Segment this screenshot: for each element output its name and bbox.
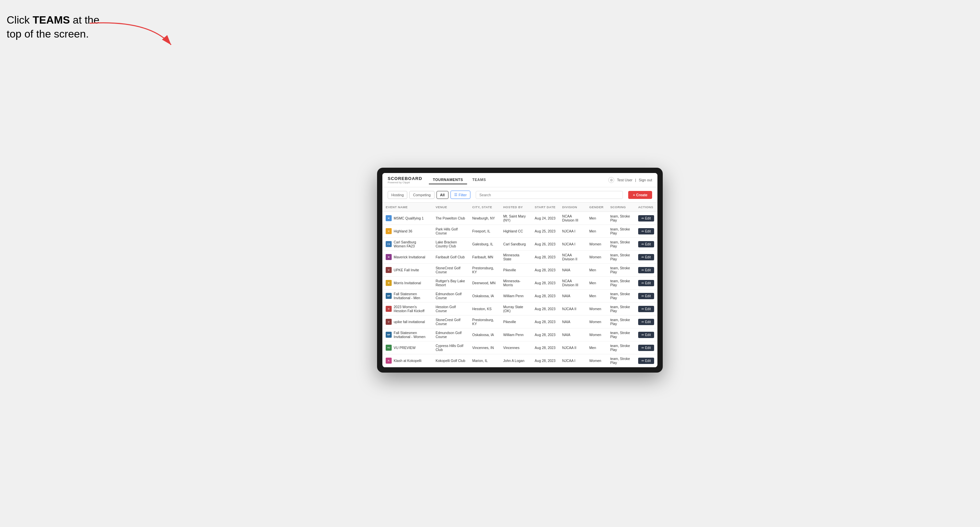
table-row: H2023 Women's Hesston Fall KickoffHessto…: [382, 303, 657, 316]
table-container: EVENT NAMEVENUECITY, STATEHOSTED BYSTART…: [382, 203, 657, 367]
header-right: ⚙ Test User | Sign out: [608, 177, 652, 183]
hosted-by-cell: William Penn: [500, 329, 531, 341]
table-row: VUVU PREVIEWCypress Hills Golf ClubVince…: [382, 341, 657, 354]
filter-label: Filter: [459, 193, 467, 197]
hosted-by-cell: Pikeville: [500, 264, 531, 276]
tablet-device: SCOREBOARD Powered by Clippit TOURNAMENT…: [377, 168, 663, 373]
edit-button[interactable]: ✏ Edit: [638, 215, 654, 222]
start-date-cell: Aug 28, 2023: [531, 303, 559, 316]
team-logo: WP: [386, 293, 392, 299]
create-button[interactable]: + Create: [628, 191, 652, 199]
app-container: SCOREBOARD Powered by Clippit TOURNAMENT…: [382, 173, 657, 367]
venue-cell: The Powelton Club: [432, 212, 469, 225]
team-logo: M: [386, 254, 392, 260]
venue-cell: Cypress Hills Golf Club: [432, 341, 469, 354]
nav-tab-tournaments[interactable]: TOURNAMENTS: [429, 176, 467, 184]
event-name: Morris Invitational: [394, 281, 421, 285]
sign-out-link[interactable]: Sign out: [639, 178, 652, 182]
logo-area: SCOREBOARD Powered by Clippit: [388, 176, 422, 184]
nav-tab-teams[interactable]: TEAMS: [468, 176, 490, 184]
start-date-cell: Aug 28, 2023: [531, 329, 559, 341]
event-name: Carl Sandburg Women FA23: [394, 240, 429, 248]
actions-cell: ✏ Edit: [635, 238, 657, 251]
table-row: WPFall Statesmen Invitational - WomenEdm…: [382, 329, 657, 341]
scoring-cell: team, Stroke Play: [607, 276, 635, 290]
filter-btn[interactable]: ☰ Filter: [450, 190, 470, 199]
table-header-row: EVENT NAMEVENUECITY, STATEHOSTED BYSTART…: [382, 203, 657, 212]
gender-cell: Women: [586, 316, 607, 329]
division-cell: NJCAA I: [559, 225, 585, 238]
actions-cell: ✏ Edit: [635, 251, 657, 264]
hosted-by-cell: Minnesota-Morris: [500, 276, 531, 290]
col-header-division: DIVISION: [559, 203, 585, 212]
competing-filter-btn[interactable]: Competing: [409, 191, 434, 199]
table-row: JLKlash at KokopelliKokopelli Golf ClubM…: [382, 354, 657, 367]
gender-cell: Men: [586, 276, 607, 290]
city-cell: Prestonsburg, KY: [469, 316, 500, 329]
table-row: MMaverick InvitationalFaribault Golf Clu…: [382, 251, 657, 264]
edit-button[interactable]: ✏ Edit: [638, 345, 654, 351]
edit-button[interactable]: ✏ Edit: [638, 319, 654, 325]
division-cell: NJCAA II: [559, 341, 585, 354]
division-cell: NAIA: [559, 264, 585, 276]
start-date-cell: Aug 28, 2023: [531, 341, 559, 354]
scoring-cell: team, Stroke Play: [607, 354, 635, 367]
venue-cell: Hesston Golf Course: [432, 303, 469, 316]
event-name-cell: MMorris Invitational: [382, 276, 432, 290]
division-cell: NCAA Division II: [559, 251, 585, 264]
edit-button[interactable]: ✏ Edit: [638, 306, 654, 312]
event-name: Fall Statesmen Invitational - Women: [394, 331, 429, 339]
venue-cell: Faribault Golf Club: [432, 251, 469, 264]
edit-button[interactable]: ✏ Edit: [638, 267, 654, 273]
col-header-event-name: EVENT NAME: [382, 203, 432, 212]
venue-cell: Edmundson Golf Course: [432, 290, 469, 303]
division-cell: NAIA: [559, 316, 585, 329]
col-header-city--state: CITY, STATE: [469, 203, 500, 212]
event-name-cell: MMSMC Qualifying 1: [382, 212, 432, 225]
event-name-cell: H2023 Women's Hesston Fall Kickoff: [382, 303, 432, 316]
city-cell: Hesston, KS: [469, 303, 500, 316]
table-row: HHighland 36Park Hills Golf CourseFreepo…: [382, 225, 657, 238]
table-row: MMSMC Qualifying 1The Powelton ClubNewbu…: [382, 212, 657, 225]
team-logo: WP: [386, 332, 392, 338]
instruction-text: Click TEAMS at thetop of the screen.: [6, 13, 99, 41]
edit-button[interactable]: ✏ Edit: [638, 228, 654, 235]
gender-cell: Women: [586, 354, 607, 367]
event-name-cell: MMaverick Invitational: [382, 251, 432, 264]
edit-button[interactable]: ✏ Edit: [638, 280, 654, 286]
city-cell: Oskaloosa, IA: [469, 329, 500, 341]
scoring-cell: team, Stroke Play: [607, 303, 635, 316]
edit-button[interactable]: ✏ Edit: [638, 241, 654, 248]
venue-cell: Ruttger's Bay Lake Resort: [432, 276, 469, 290]
table-row: Uupike fall invitationalStoneCrest Golf …: [382, 316, 657, 329]
actions-cell: ✏ Edit: [635, 212, 657, 225]
team-logo: JL: [386, 358, 392, 364]
actions-cell: ✏ Edit: [635, 225, 657, 238]
event-name-cell: HHighland 36: [382, 225, 432, 238]
hosted-by-cell: Mt. Saint Mary (NY): [500, 212, 531, 225]
edit-button[interactable]: ✏ Edit: [638, 332, 654, 338]
edit-button[interactable]: ✏ Edit: [638, 358, 654, 364]
edit-button[interactable]: ✏ Edit: [638, 254, 654, 260]
division-cell: NAIA: [559, 290, 585, 303]
team-logo: H: [386, 306, 392, 312]
all-filter-btn[interactable]: All: [436, 191, 449, 199]
user-name: Test User: [617, 178, 632, 182]
event-name: Highland 36: [394, 229, 412, 233]
event-name-cell: WPFall Statesmen Invitational - Women: [382, 329, 432, 341]
app-logo: SCOREBOARD: [388, 176, 422, 181]
event-name-cell: VUVU PREVIEW: [382, 341, 432, 354]
actions-cell: ✏ Edit: [635, 354, 657, 367]
event-name-cell: JLKlash at Kokopelli: [382, 354, 432, 367]
actions-cell: ✏ Edit: [635, 290, 657, 303]
edit-button[interactable]: ✏ Edit: [638, 293, 654, 299]
city-cell: Vincennes, IN: [469, 341, 500, 354]
settings-icon[interactable]: ⚙: [608, 177, 614, 183]
hosted-by-cell: Highland CC: [500, 225, 531, 238]
search-input[interactable]: [476, 191, 623, 199]
hosting-filter-btn[interactable]: Hosting: [388, 191, 407, 199]
col-header-venue: VENUE: [432, 203, 469, 212]
col-header-hosted-by: HOSTED BY: [500, 203, 531, 212]
scoring-cell: team, Stroke Play: [607, 341, 635, 354]
venue-cell: Lake Bracken Country Club: [432, 238, 469, 251]
